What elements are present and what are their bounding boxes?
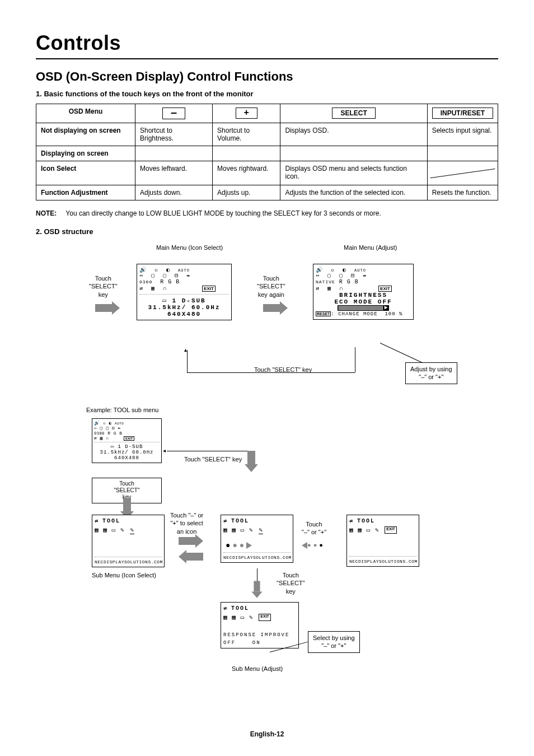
diagonal-cell [427,161,498,185]
label-touch-select-again: Touch"SELECT"key again [257,274,285,298]
osd-panel-main-adjust: 🔊 ☼ ◐ AUTO ⇔ ▢ ▢ ⊟ ⇹ NATIVE R G B ⇄ ▦ ∩ … [313,264,414,320]
table-row: Icon Select Moves leftward. Moves rightw… [36,161,498,185]
label-touch-select-3: Touch"SELECT"key [277,571,305,595]
sub-heading-1: 1. Basic functions of the touch keys on … [36,90,498,98]
label-touch-pm: Touch"–" or "+" [302,520,326,536]
callout-adjust-by: Adjust by using"–" or "+" [405,362,457,384]
osd-panel-main-iconselect: 🔊 ☼ ◐ AUTO ⇔ ▢ ▢ ⊟ ⇹ 9300 R G B ⇄ ▦ ∩ EX… [137,264,232,320]
osd-tool-panel-3: ⇄ TOOL ▦ ▦ ▭ ✎ EXIT NECDISPLAYSOLUTIONS.… [346,515,419,567]
label-touch-select-key: Touch"SELECT"key [89,274,118,298]
arrow-icon [123,498,131,511]
page-title: Controls [36,31,498,55]
arrow-icon [179,553,203,561]
th-select: SELECT [280,104,427,123]
osd-tool-panel-adjust: ⇄ TOOL ▦ ▦ ▭ ✎ EXIT RESPONSE IMPROVE OFF… [221,602,299,648]
label-touch-select-loop: Touch "SELECT" key [254,366,312,374]
th-plus: + [213,104,280,123]
label-touch-pm-select: Touch "–" or"+" to selectan icon [170,511,203,535]
arrow-icon [254,581,260,591]
arrow-icon [95,304,112,312]
label-main-menu-adjust: Main Menu (Adjust) [344,244,397,251]
title-rule [36,58,498,59]
arrow-icon [263,304,280,312]
sub-heading-2: 2. OSD structure [36,227,498,236]
th-osd-menu: OSD Menu [36,104,135,123]
note: NOTE:You can directly change to LOW BLUE… [36,209,498,217]
label-example: Example: TOOL sub menu [86,406,158,414]
label-sub-menu-adjust: Sub Menu (Adjust) [232,665,283,673]
arrow-icon [247,451,255,464]
th-minus: – [135,104,213,123]
section-title: OSD (On-Screen Display) Control Function… [36,69,498,84]
table-row: Function Adjustment Adjusts down. Adjust… [36,185,498,200]
table-row: Not displaying on screen Shortcut to Bri… [36,123,498,146]
label-touch-select-2: Touch "SELECT" key [184,455,242,463]
th-input-reset: INPUT/RESET [427,104,498,123]
osd-panel-small: 🔊 ☼ ◐ AUTO ⇔ ▢ ▢ ⊟ ⇹ 9300 R G B ⇄ ▦ ∩ EX… [92,418,162,463]
callout-select-by: Select by using"–" or "+" [308,631,360,653]
table-row: Displaying on screen [36,146,498,161]
osd-tool-panel-1: ⇄ TOOL ▦ ▦ ▭ ✎ ✎ NECDISPLAYSOLUTIONS.COM [92,515,165,567]
page-footer: English-12 [0,730,534,738]
label-main-menu-icon: Main Menu (Icon Select) [156,244,223,251]
osd-table: OSD Menu – + SELECT INPUT/RESET Not disp… [36,104,498,200]
label-sub-menu-icon: Sub Menu (Icon Select) [92,571,156,579]
osd-tool-panel-2: ⇄ TOOL ▦ ▦ ▭ ✎ ✎ ●●● NECDISPLAYSOLUTIONS… [221,515,293,563]
arrow-icon [179,537,195,545]
osd-flow-diagram: Main Menu (Icon Select) Main Menu (Adjus… [36,244,498,708]
